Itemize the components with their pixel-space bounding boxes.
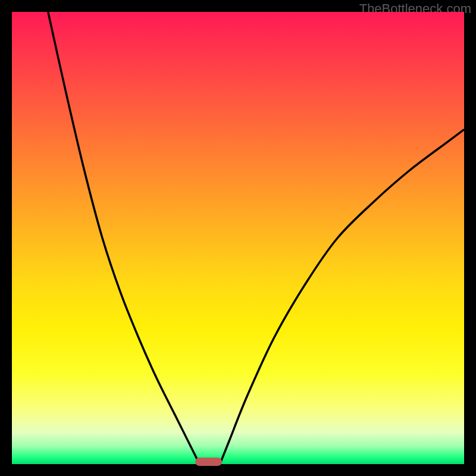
curves-svg <box>12 12 464 464</box>
right-curve <box>220 130 464 464</box>
left-curve <box>48 12 200 464</box>
bottom-marker <box>195 458 223 466</box>
chart-container: TheBottleneck.com <box>0 0 476 476</box>
